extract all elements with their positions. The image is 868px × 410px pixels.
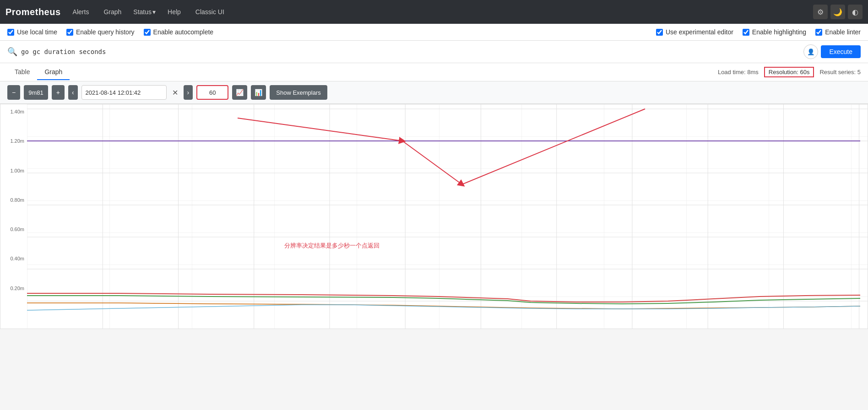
options-bar: Use local time Enable query history Enab… [0,24,868,41]
execute-button[interactable]: Execute [821,45,861,58]
graph-toolbar: − 9m81 + ‹ ✕ › 📈 📊 Show Exemplars [0,81,868,104]
checkbox-use-experimental-editor[interactable] [656,29,663,36]
chart-svg [27,104,868,329]
option-label: Enable autocomplete [153,28,214,36]
nav-classic-ui[interactable]: Classic UI [193,6,227,17]
time-range-label: 9m81 [24,85,48,100]
line-chart-btn[interactable]: 📈 [232,85,247,100]
status-label: Status [133,8,152,16]
checkbox-enable-highlighting[interactable] [743,29,749,36]
option-use-experimental-editor[interactable]: Use experimental editor [656,28,733,36]
option-label: Enable highlighting [752,28,806,36]
clear-datetime-button[interactable]: ✕ [170,88,180,97]
nav-help[interactable]: Help [165,6,184,17]
y-label-7: 1.40m [10,109,24,114]
y-label-5: 1.00m [10,168,24,173]
option-use-local-time[interactable]: Use local time [7,28,57,36]
option-enable-linter[interactable]: Enable linter [815,28,861,36]
tab-table[interactable]: Table [7,65,37,80]
search-right: 👤 Execute [803,44,861,59]
search-bar: 🔍 👤 Execute [0,41,868,63]
option-enable-query-history[interactable]: Enable query history [66,28,135,36]
y-label-3: 0.60m [10,227,24,232]
option-label: Use local time [17,28,57,36]
zoom-out-button[interactable]: − [7,85,20,100]
option-label: Use experimental editor [666,28,733,36]
option-enable-autocomplete[interactable]: Enable autocomplete [144,28,214,36]
y-axis: 1.40m 1.20m 1.00m 0.80m 0.60m 0.40m 0.20… [0,104,27,329]
nav-back-button[interactable]: ‹ [68,85,78,100]
nav-status[interactable]: Status ▾ [133,8,156,16]
y-label-2: 0.40m [10,256,24,261]
nav-graph[interactable]: Graph [101,6,124,17]
svg-rect-0 [27,104,868,329]
contrast-icon-btn[interactable]: ◐ [848,5,863,19]
resolution-input[interactable] [196,85,228,100]
result-series: Result series: 5 [819,69,861,76]
user-icon-btn[interactable]: 👤 [803,44,818,59]
status-chevron-icon: ▾ [152,8,156,16]
resolution-badge: Resolution: 60s [764,67,814,77]
datetime-input[interactable] [81,85,167,100]
nav-forward-button[interactable]: › [184,85,193,100]
nav-alerts[interactable]: Alerts [70,6,92,17]
moon-icon-btn[interactable]: 🌙 [830,5,845,19]
checkbox-use-local-time[interactable] [7,29,14,36]
checkbox-enable-autocomplete[interactable] [144,29,151,36]
gear-icon-btn[interactable]: ⚙ [813,5,828,19]
tab-graph[interactable]: Graph [37,65,70,80]
search-input[interactable] [21,48,800,55]
y-label-4: 0.80m [10,197,24,203]
navbar-right: ⚙ 🌙 ◐ [813,5,863,19]
navbar: Prometheus Alerts Graph Status ▾ Help Cl… [0,0,868,24]
tab-meta: Load time: 8ms Resolution: 60s Result se… [718,63,861,81]
brand-title: Prometheus [5,7,61,17]
y-label-6: 1.20m [10,138,24,144]
option-label: Enable query history [76,28,135,36]
show-exemplars-button[interactable]: Show Exemplars [270,85,327,100]
bar-chart-btn[interactable]: 📊 [251,85,266,100]
options-right: Use experimental editor Enable highlight… [656,28,861,36]
option-enable-highlighting[interactable]: Enable highlighting [743,28,806,36]
chart-area: 1.40m 1.20m 1.00m 0.80m 0.60m 0.40m 0.20… [0,104,868,329]
checkbox-enable-query-history[interactable] [66,29,73,36]
load-time: Load time: 8ms [718,69,759,76]
tabs-row: Table Graph Load time: 8ms Resolution: 6… [0,63,868,81]
search-icon: 🔍 [7,47,17,57]
checkbox-enable-linter[interactable] [815,29,822,36]
zoom-in-button[interactable]: + [52,85,65,100]
option-label: Enable linter [825,28,861,36]
tabs: Table Graph [7,65,70,80]
y-label-1: 0.20m [10,286,24,291]
